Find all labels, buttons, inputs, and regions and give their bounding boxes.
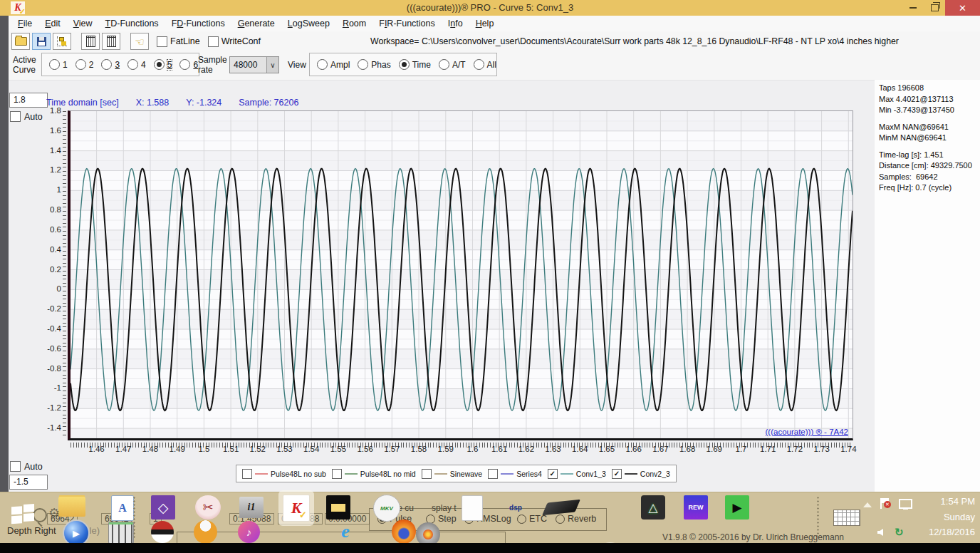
radio-label: Phas [371,60,390,70]
curve-radio-6[interactable]: 6 [179,59,198,70]
stat-line: Freq [Hz]: 0.7 (cycle) [879,182,980,194]
snipping-tool-icon[interactable] [195,495,221,520]
curve-radio-4[interactable]: 4 [127,59,146,70]
view-radio-all[interactable]: All [474,59,496,70]
legend-color-swatch [561,473,573,475]
media-play-icon[interactable] [725,495,749,520]
active-curve-group: 123456 [41,53,199,76]
wordpad-icon[interactable] [111,495,134,521]
minimize-button[interactable] [902,0,924,16]
delete-all-curves-button[interactable] [102,33,120,50]
checkbox-box [157,36,167,47]
delete-curve-button[interactable] [81,33,100,50]
y-tick-label: -0.2 [36,304,61,313]
pan-button[interactable]: ☜ [130,33,149,50]
curve-radio-5[interactable]: 5 [154,59,172,70]
legend-color-swatch [625,473,637,475]
gear-ghost-icon[interactable] [47,505,61,521]
menu-edit[interactable]: Edit [38,16,67,31]
fox-app-icon[interactable] [151,521,174,543]
y-tick-label: -1.2 [36,403,61,412]
save-button[interactable] [32,33,51,50]
menu-info[interactable]: Info [442,16,469,31]
fatline-checkbox[interactable]: FatLine [157,36,200,47]
restore-button[interactable] [924,0,945,16]
document-icon[interactable] [462,495,483,521]
active-curve-label: ActiveCurve [13,56,36,75]
view-radio-ampl[interactable]: Ampl [317,59,350,70]
taskbar-drag-handle[interactable] [816,496,820,539]
firefox-icon[interactable] [392,520,416,544]
writeconf-checkbox[interactable]: WriteConf [208,36,261,47]
y-min-input[interactable]: -1.5 [9,475,48,490]
y-min-auto-checkbox[interactable]: Auto [10,461,43,472]
menu-room[interactable]: Room [336,16,372,31]
mkvtoolnix-icon[interactable] [373,495,400,522]
menu-logsweep[interactable]: LogSweep [281,16,336,31]
start-button[interactable] [11,504,36,524]
chart-header: Time domain [sec] X: 1.588 Y: -1.324 Sam… [46,98,298,108]
itunes-icon[interactable] [238,521,260,543]
control-row: ActiveCurve 123456 Samplerate 48000 ∨ Vi… [9,51,980,81]
legend-checkbox-series4[interactable] [488,469,498,479]
curve-radio-3[interactable]: 3 [101,59,120,70]
sheep-app-icon[interactable] [194,520,217,544]
y-tick-label: 0.2 [36,265,61,274]
close-button[interactable]: ✕ [945,0,980,16]
menu-help[interactable]: Help [469,16,501,31]
purple-diamond-app-icon[interactable] [151,495,175,520]
legend-label: Pulse48L no sub [271,470,326,478]
i1profiler-icon[interactable] [239,497,264,518]
sample-rate-select[interactable]: 48000 ∨ [229,56,279,73]
time-domain-plot[interactable]: (((acourate))) ® - 7A42 [68,110,853,440]
view-radio-a-t[interactable]: A/T [439,59,466,70]
internet-explorer-icon[interactable] [333,520,358,543]
rew-icon[interactable] [684,495,708,520]
menu-generate[interactable]: Generate [231,16,281,31]
open-button[interactable] [11,33,30,50]
y-tick-label: 1.6 [36,126,61,135]
dsp-app-icon[interactable] [503,495,528,520]
menu-fir-functions[interactable]: FIR-Functions [372,16,442,31]
legend-checkbox-conv2-3[interactable]: ✓ [612,469,622,479]
menu-td-functions[interactable]: TD-Functions [99,16,165,31]
radio-label: Time [412,60,431,70]
legend-color-swatch [345,473,358,475]
y-tick-label: 1.8 [36,106,61,115]
menu-view[interactable]: View [67,16,99,31]
view-radio-phas[interactable]: Phas [358,59,390,70]
curve-radio-2[interactable]: 2 [75,59,94,70]
y-axis-ticks [63,111,66,438]
background-window-text: Depth Right [7,525,56,536]
legend-checkbox-pulse48l-no-sub[interactable] [242,469,252,479]
prism-app-icon[interactable] [641,495,665,520]
radio-label: 4 [141,60,146,70]
file-explorer-icon[interactable] [58,497,85,517]
legend-checkbox-sinewave[interactable] [422,469,432,479]
menu-file[interactable]: File [11,16,38,31]
view-radio-time[interactable]: Time [399,59,431,70]
taskbar-clock[interactable]: 1:54 PM Sunday 12/18/2016 [929,494,975,540]
taskbar-drag-handle[interactable] [132,496,137,539]
legend-checkbox-conv1-3[interactable]: ✓ [548,469,558,479]
sample-rate-label: Samplerate [198,56,227,75]
volume-mixer-icon[interactable] [108,522,134,544]
stat-line: Min -3.7439@137450 [879,105,980,116]
curve-radio-1[interactable]: 1 [49,59,68,70]
menu-fd-functions[interactable]: FD-Functions [165,16,231,31]
curve-manager-button[interactable] [53,33,71,50]
hand-pointer-icon: ☜ [135,36,144,47]
network-icon[interactable] [899,499,912,509]
touch-keyboard-icon[interactable] [833,510,860,526]
sync-icon[interactable]: ↻ [895,526,904,539]
trash-icon [86,36,95,47]
y-max-input[interactable]: 1.8 [9,93,48,108]
console-app-icon[interactable] [326,495,350,520]
action-center-flag-icon[interactable] [880,498,890,509]
acourate-taskbar-icon[interactable] [283,495,310,522]
y-tick-label: 1.4 [36,146,61,155]
legend-checkbox-pulse48l-no-mid[interactable] [332,469,342,479]
clock-time: 1:54 PM [929,494,975,510]
tray-expand-icon[interactable] [863,502,872,507]
clock-date: 12/18/2016 [929,524,975,540]
